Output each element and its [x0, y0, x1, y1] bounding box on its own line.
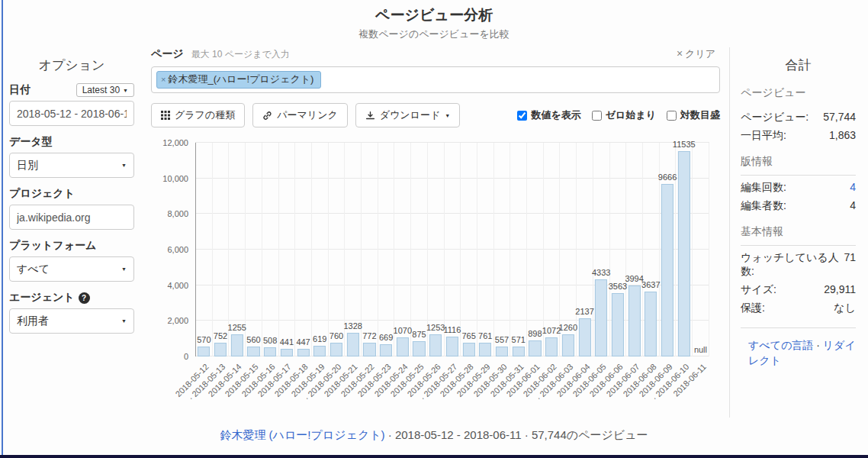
bar[interactable]	[645, 292, 657, 356]
bar-value-label: 619	[313, 334, 326, 344]
close-icon: ×	[677, 47, 683, 60]
help-icon[interactable]: ?	[79, 292, 90, 304]
bar[interactable]	[496, 347, 508, 356]
bar-slot[interactable]: 447	[295, 143, 312, 356]
bar-slot[interactable]: 1072	[544, 143, 561, 356]
begin-at-zero-checkbox[interactable]: ゼロ始まり	[592, 108, 656, 122]
bar[interactable]	[397, 337, 409, 356]
bar[interactable]	[479, 343, 491, 356]
bar[interactable]	[231, 334, 243, 356]
bar-value-label: 1253	[426, 323, 445, 332]
bar[interactable]	[661, 184, 674, 356]
show-values-checkbox[interactable]: 数値を表示	[517, 108, 580, 122]
page-search-input[interactable]: × 鈴木愛理_(ハロー!プロジェクト)	[151, 66, 720, 93]
bar-slot[interactable]: 508	[262, 143, 279, 356]
download-icon	[365, 111, 375, 121]
bar-slot[interactable]: 761	[477, 143, 494, 356]
bar[interactable]	[463, 343, 475, 356]
bar-slot[interactable]: 11535	[676, 143, 693, 356]
project-input[interactable]	[9, 205, 134, 230]
bar[interactable]	[198, 347, 210, 356]
all-languages-link[interactable]: すべての言語	[748, 339, 813, 351]
date-range-input[interactable]	[9, 101, 134, 126]
bar-slot[interactable]: 3563	[610, 143, 627, 356]
bar-slot[interactable]: 570	[196, 143, 213, 356]
bar-slot[interactable]: 760	[329, 143, 346, 356]
data-type-select[interactable]: 日別 ▼	[9, 153, 134, 178]
bar-slot[interactable]: 9666	[660, 143, 677, 356]
bar-slot[interactable]: 1328	[345, 143, 362, 356]
bar-value-label: 1070	[394, 326, 412, 335]
agent-select[interactable]: 利用者 ▼	[9, 308, 134, 334]
bar-slot[interactable]: 765	[461, 143, 477, 356]
bar-value-label: 441	[280, 337, 294, 347]
bar-value-label: 1116	[443, 325, 461, 334]
bar[interactable]	[313, 346, 326, 356]
bar-value-label: 875	[412, 330, 426, 339]
bar-value-label: 1328	[343, 321, 362, 331]
bar-slot[interactable]: 898	[527, 143, 544, 356]
bar-slot[interactable]: 4333	[593, 143, 610, 356]
chart-type-button[interactable]: グラフの種類	[151, 103, 245, 127]
bar[interactable]	[380, 344, 392, 356]
bar[interactable]	[545, 337, 558, 356]
bar-slot[interactable]: null	[693, 143, 709, 356]
y-tick-label: 2,000	[149, 316, 188, 325]
bar[interactable]	[281, 349, 293, 356]
bar[interactable]	[612, 293, 624, 356]
bar[interactable]	[297, 349, 309, 356]
bar-slot[interactable]: 1260	[560, 143, 577, 356]
page-subtitle: 複数ページのページビューを比較	[0, 27, 868, 41]
bar-slot[interactable]: 619	[312, 143, 329, 356]
chevron-down-icon: ▼	[445, 113, 450, 118]
page-tag: × 鈴木愛理_(ハロー!プロジェクト)	[156, 71, 321, 89]
bar[interactable]	[429, 334, 442, 356]
main-panel: ページ 最大 10 ページまで入力 ×クリア × 鈴木愛理_(ハロー!プロジェク…	[143, 47, 729, 418]
bar-slot[interactable]: 752	[213, 143, 230, 356]
bar[interactable]	[413, 341, 425, 356]
bar[interactable]	[562, 334, 574, 356]
bar[interactable]	[347, 333, 359, 356]
bar-slot[interactable]: 1070	[394, 143, 411, 356]
clear-button[interactable]: ×クリア	[677, 47, 720, 61]
bar-slot[interactable]: 2137	[577, 143, 593, 356]
permalink-button[interactable]: パーマリンク	[252, 103, 348, 127]
bar-slot[interactable]: 571	[510, 143, 527, 356]
bar[interactable]	[214, 343, 227, 356]
bar-slot[interactable]: 1253	[428, 143, 445, 356]
bar[interactable]	[247, 347, 259, 356]
summary-row: ウォッチしている人数: 71	[741, 251, 856, 279]
bar-slot[interactable]: 3994	[626, 143, 643, 356]
bar-slot[interactable]: 441	[279, 143, 296, 356]
latest-30-button[interactable]: Latest 30 ▼	[76, 83, 134, 97]
bar[interactable]	[264, 347, 276, 356]
bar-slot[interactable]: 560	[246, 143, 262, 356]
bar-slot[interactable]: 1255	[229, 143, 246, 356]
summary-row: 保護: なし	[741, 302, 856, 315]
bar[interactable]	[678, 151, 690, 356]
platform-select[interactable]: すべて ▼	[9, 256, 134, 282]
article-link[interactable]: 鈴木愛理 (ハロー!プロジェクト)	[220, 428, 384, 441]
bar[interactable]	[363, 343, 375, 356]
totals-heading: 合計	[741, 56, 856, 74]
download-button[interactable]: ダウンロード ▼	[355, 103, 460, 127]
log-scale-checkbox[interactable]: 対数目盛	[667, 108, 720, 122]
bar-slot[interactable]: 772	[362, 143, 378, 356]
bar-slot[interactable]: 1116	[445, 143, 461, 356]
edit-count-link[interactable]: 4	[850, 181, 856, 195]
bar-slot[interactable]: 669	[378, 143, 395, 356]
bar[interactable]	[595, 279, 607, 356]
data-type-label: データ型	[9, 135, 134, 149]
remove-tag-icon[interactable]: ×	[161, 75, 166, 84]
pages-hint: 最大 10 ページまで入力	[191, 48, 290, 61]
bar-value-label: 761	[478, 331, 492, 340]
bar[interactable]	[578, 318, 590, 356]
bar[interactable]	[330, 343, 342, 356]
bar-slot[interactable]: 3637	[643, 143, 660, 356]
bar[interactable]	[628, 285, 641, 356]
bar[interactable]	[529, 340, 541, 356]
bar-slot[interactable]: 875	[411, 143, 428, 356]
bar[interactable]	[513, 347, 525, 356]
bar[interactable]	[446, 337, 458, 356]
bar-slot[interactable]: 557	[494, 143, 511, 356]
